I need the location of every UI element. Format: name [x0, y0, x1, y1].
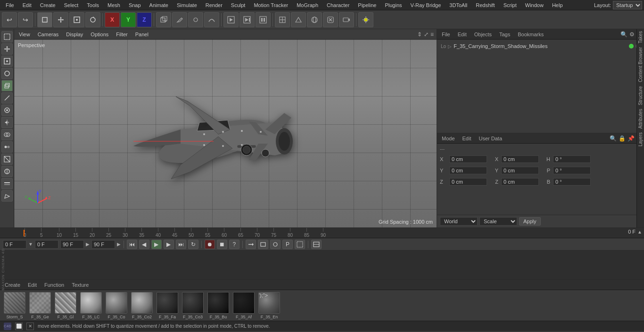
- perspective-view-button[interactable]: [291, 12, 306, 27]
- attr-x-pos2-field[interactable]: 0 cm: [501, 155, 539, 163]
- material-f35-lc[interactable]: F_35_LC: [79, 292, 103, 319]
- slide-button[interactable]: [1, 178, 13, 189]
- mat-function-btn[interactable]: Function: [42, 281, 66, 289]
- frame-down-icon[interactable]: ▼: [28, 242, 33, 247]
- frame-arrow-up[interactable]: ▲: [637, 229, 642, 235]
- tab-takes[interactable]: Takes: [637, 29, 644, 45]
- texture-view-button[interactable]: [307, 12, 322, 27]
- loop-button[interactable]: ↻: [188, 240, 198, 249]
- viewport-icon-expand[interactable]: ⤢: [424, 31, 429, 38]
- select-all-button[interactable]: [1, 31, 13, 42]
- attr-z-pos-field[interactable]: 0 cm: [449, 178, 487, 186]
- attr-mode-btn[interactable]: Mode: [440, 135, 457, 142]
- objects-file-btn[interactable]: File: [440, 31, 452, 38]
- front-view-button[interactable]: [275, 12, 290, 27]
- material-f35-af[interactable]: F_35_Af: [232, 292, 256, 319]
- weld-button[interactable]: [1, 141, 13, 153]
- z-axis-button[interactable]: Z: [137, 12, 152, 27]
- spin-edge-button[interactable]: [1, 154, 13, 165]
- tab-attributes[interactable]: Attributes: [637, 107, 644, 130]
- menu-3dtoall[interactable]: 3DToAll: [446, 1, 471, 9]
- menu-motion-tracker[interactable]: Motion Tracker: [250, 1, 292, 9]
- paint-button[interactable]: [323, 12, 338, 27]
- viewport-menu-filter[interactable]: Filter: [114, 31, 129, 38]
- menu-sculpt[interactable]: Sculpt: [227, 1, 249, 9]
- material-f35-ge[interactable]: F_35_Ge: [28, 292, 52, 319]
- camera-button[interactable]: [339, 12, 354, 27]
- viewport-canvas[interactable]: Perspective: [14, 40, 437, 227]
- menu-redshift[interactable]: Redshift: [472, 1, 498, 9]
- spline-button[interactable]: [188, 12, 203, 27]
- extrude-button[interactable]: [1, 80, 13, 91]
- attr-x-pos-field[interactable]: 0 cm: [449, 155, 487, 163]
- attr-search-icon[interactable]: 🔍: [610, 135, 617, 142]
- redo-button[interactable]: ↪: [18, 12, 33, 27]
- object-visibility-dot[interactable]: [629, 44, 634, 49]
- move-tool-button[interactable]: [53, 12, 68, 27]
- start-frame-field[interactable]: 0 F: [35, 240, 58, 249]
- menu-vray[interactable]: V-Ray Bridge: [407, 1, 445, 9]
- menu-simulate[interactable]: Simulate: [173, 1, 201, 9]
- menu-file[interactable]: File: [2, 1, 18, 9]
- viewport-menu-cameras[interactable]: Cameras: [36, 31, 61, 38]
- viewport-menu-options[interactable]: Options: [89, 31, 110, 38]
- viewport-icon-arrows[interactable]: ⇕: [417, 31, 422, 38]
- attr-z-pos2-field[interactable]: 0 cm: [501, 178, 539, 186]
- attr-userdata-btn[interactable]: User Data: [477, 135, 504, 142]
- menu-select[interactable]: Select: [60, 1, 83, 9]
- status-icon-square[interactable]: ⬜: [15, 323, 23, 330]
- mat-create-btn[interactable]: Create: [3, 281, 22, 289]
- rotate-button[interactable]: [1, 68, 13, 79]
- scale-tool-button[interactable]: [69, 12, 84, 27]
- move-button[interactable]: [1, 43, 13, 55]
- goto-end-button[interactable]: ⏭: [176, 240, 186, 249]
- world-dropdown[interactable]: World: [440, 217, 478, 226]
- material-storm-s[interactable]: Storm_S: [3, 292, 26, 319]
- current-frame-field[interactable]: 0 F: [3, 240, 26, 249]
- boole-button[interactable]: [1, 129, 13, 140]
- render-settings-button[interactable]: [256, 12, 271, 27]
- status-icon-close[interactable]: ✕: [26, 323, 34, 330]
- undo-button[interactable]: ↩: [2, 12, 17, 27]
- objects-edit-btn[interactable]: Edit: [456, 31, 469, 38]
- layout-select[interactable]: Startup: [613, 1, 642, 9]
- y-axis-button[interactable]: Y: [121, 12, 136, 27]
- apply-button[interactable]: Apply: [519, 217, 541, 226]
- end-frame-field[interactable]: 90 F: [60, 240, 84, 249]
- attr-h-field[interactable]: 0 °: [553, 155, 591, 163]
- menu-animate[interactable]: Animate: [146, 1, 172, 9]
- attr-b-field[interactable]: 0 °: [553, 178, 591, 186]
- menu-edit[interactable]: Edit: [19, 1, 35, 9]
- menu-script[interactable]: Script: [500, 1, 520, 9]
- search-icon[interactable]: 🔍: [620, 31, 627, 38]
- frame-arrow-right[interactable]: ▶: [86, 242, 90, 247]
- stitch-button[interactable]: [1, 166, 13, 177]
- render-anim-button[interactable]: [239, 12, 255, 27]
- model-mode-button[interactable]: [37, 12, 52, 27]
- paint-sel-button[interactable]: [1, 105, 13, 116]
- objects-bookmarks-btn[interactable]: Bookmarks: [516, 31, 545, 38]
- attr-y-pos2-field[interactable]: 0 cm: [501, 167, 539, 174]
- viewport-menu-view[interactable]: View: [17, 31, 32, 38]
- tab-content-browser[interactable]: Content Browser: [637, 45, 644, 84]
- menu-help[interactable]: Help: [548, 1, 567, 9]
- material-f35-co2[interactable]: F_35_Co2: [130, 292, 154, 319]
- material-f35-co[interactable]: F_35_Co: [105, 292, 128, 319]
- scale-key-button[interactable]: [258, 240, 268, 249]
- point-key-button[interactable]: [295, 240, 305, 249]
- objects-tags-btn[interactable]: Tags: [497, 31, 512, 38]
- mat-texture-btn[interactable]: Texture: [70, 281, 91, 289]
- nurbs-button[interactable]: [204, 12, 219, 27]
- cube-button[interactable]: [156, 12, 171, 27]
- rotate-tool-button[interactable]: [85, 12, 100, 27]
- material-f35-bu[interactable]: F_35_Bu: [206, 292, 230, 319]
- next-frame-button[interactable]: ▶: [164, 240, 174, 249]
- record-button[interactable]: ⏺: [205, 240, 215, 249]
- objects-settings-icon[interactable]: ⚙: [629, 31, 635, 38]
- viewport-menu-panel[interactable]: Panel: [133, 31, 150, 38]
- goto-start-button[interactable]: ⏮: [127, 240, 137, 249]
- poly-pen-button[interactable]: [1, 190, 13, 202]
- object-item-f35[interactable]: Lo ▷ F_35_Carrying_Storm_Shadow_Missiles: [439, 41, 642, 51]
- tab-layers[interactable]: Layers: [637, 130, 644, 148]
- material-f35-gl[interactable]: F_35_Gl: [54, 292, 77, 319]
